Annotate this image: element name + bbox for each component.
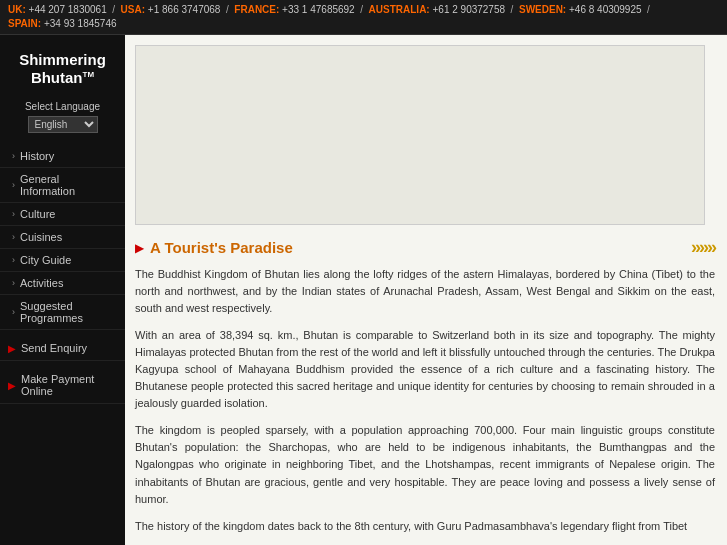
nav-arrow-history: › xyxy=(12,151,15,161)
nav-arrow-city-guide: › xyxy=(12,255,15,265)
nav-label-history: History xyxy=(20,150,54,162)
sweden-label: SWEDEN: xyxy=(519,4,566,15)
nav-arrow-activities: › xyxy=(12,278,15,288)
nav-label-activities: Activities xyxy=(20,277,63,289)
nav-arrow-suggested: › xyxy=(12,307,15,317)
france-label: FRANCE: xyxy=(234,4,279,15)
paragraph-4: The history of the kingdom dates back to… xyxy=(135,518,715,535)
section-title: A Tourist's Paradise xyxy=(150,239,293,256)
sidebar-item-culture[interactable]: › Culture xyxy=(0,203,125,226)
sidebar-item-make-payment[interactable]: ▶ Make Payment Online xyxy=(0,367,125,404)
paragraph-3: The kingdom is peopled sparsely, with a … xyxy=(135,422,715,507)
france-number: +33 1 47685692 xyxy=(282,4,355,15)
logo: Shimmering BhutanTM xyxy=(6,51,119,87)
language-select[interactable]: English xyxy=(28,116,98,133)
sidebar-item-suggested-programmes[interactable]: › Suggested Programmes xyxy=(0,295,125,330)
usa-label: USA: xyxy=(121,4,145,15)
nav-label-enquiry: Send Enquiry xyxy=(21,342,87,354)
sidebar-item-general-information[interactable]: › General Information xyxy=(0,168,125,203)
paragraph-1: The Buddhist Kingdom of Bhutan lies alon… xyxy=(135,266,715,317)
paragraph-2: With an area of 38,394 sq. km., Bhutan i… xyxy=(135,327,715,412)
sidebar: Shimmering BhutanTM Select Language Engl… xyxy=(0,35,125,545)
sidebar-item-cuisines[interactable]: › Cuisines xyxy=(0,226,125,249)
language-section: Select Language English xyxy=(0,97,125,141)
uk-number: +44 207 1830061 xyxy=(29,4,107,15)
spain-label: SPAIN: xyxy=(8,18,41,29)
language-label: Select Language xyxy=(6,101,119,112)
nav-label-suggested: Suggested Programmes xyxy=(20,300,117,324)
nav-label-general: General Information xyxy=(20,173,117,197)
quote-marks: »»» xyxy=(691,237,715,258)
australia-label: AUSTRALIA: xyxy=(369,4,430,15)
nav-arrow-culture: › xyxy=(12,209,15,219)
nav-label-cuisines: Cuisines xyxy=(20,231,62,243)
nav-label-city-guide: City Guide xyxy=(20,254,71,266)
nav-label-payment: Make Payment Online xyxy=(21,373,94,397)
nav-arrow-general: › xyxy=(12,180,15,190)
phone-bar: UK: +44 207 1830061 / USA: +1 866 374706… xyxy=(0,0,727,35)
usa-number: +1 866 3747068 xyxy=(148,4,221,15)
play-icon-enquiry: ▶ xyxy=(8,343,16,354)
section-play-icon: ▶ xyxy=(135,241,144,255)
main-layout: Shimmering BhutanTM Select Language Engl… xyxy=(0,35,727,545)
logo-tm: TM xyxy=(83,70,95,79)
hero-image xyxy=(135,45,705,225)
play-icon-payment: ▶ xyxy=(8,380,16,391)
sidebar-item-history[interactable]: › History xyxy=(0,145,125,168)
main-content: ▶ A Tourist's Paradise »»» The Buddhist … xyxy=(125,35,727,545)
content-area: ▶ A Tourist's Paradise »»» The Buddhist … xyxy=(125,233,727,545)
sidebar-item-activities[interactable]: › Activities xyxy=(0,272,125,295)
sidebar-nav: › History › General Information › Cultur… xyxy=(0,145,125,404)
logo-area: Shimmering BhutanTM xyxy=(0,43,125,97)
sidebar-item-city-guide[interactable]: › City Guide xyxy=(0,249,125,272)
section-title-row: ▶ A Tourist's Paradise »»» xyxy=(135,237,715,258)
nav-arrow-cuisines: › xyxy=(12,232,15,242)
sidebar-item-send-enquiry[interactable]: ▶ Send Enquiry xyxy=(0,336,125,361)
spain-number: +34 93 1845746 xyxy=(44,18,117,29)
nav-label-culture: Culture xyxy=(20,208,55,220)
logo-line2: Bhutan xyxy=(31,69,83,86)
uk-label: UK: xyxy=(8,4,26,15)
sweden-number: +46 8 40309925 xyxy=(569,4,642,15)
australia-number: +61 2 90372758 xyxy=(432,4,505,15)
logo-line1: Shimmering xyxy=(19,51,106,68)
